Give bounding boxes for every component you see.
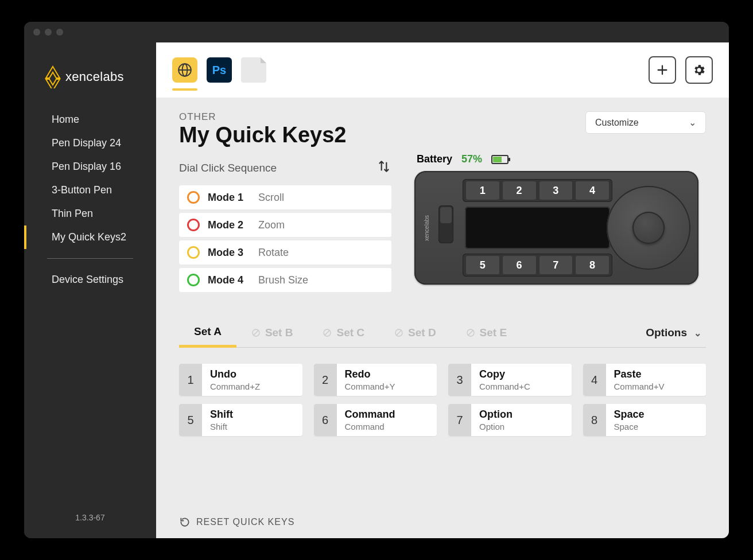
key-assignment-card[interactable]: 3CopyCommand+C: [448, 364, 572, 396]
set-tab[interactable]: Set A: [179, 318, 236, 348]
svg-line-10: [468, 330, 473, 335]
mode-action: Brush Size: [258, 274, 308, 286]
key-number: 3: [448, 364, 471, 396]
page-category: OTHER: [179, 111, 346, 123]
settings-button[interactable]: [685, 56, 713, 84]
globe-icon: [177, 63, 192, 77]
device-key: 8: [575, 255, 610, 275]
sidebar-item-label: Pen Display 16: [52, 161, 121, 172]
sidebar-item-label: Pen Display 24: [52, 137, 121, 149]
key-shortcut: Command+V: [614, 382, 665, 391]
sidebar: xencelabs Home Pen Display 24 Pen Displa…: [24, 42, 156, 538]
mode-name: Mode 1: [208, 192, 250, 204]
key-assignment-card[interactable]: 5ShiftShift: [179, 404, 302, 436]
device-key: 2: [502, 181, 537, 200]
key-assignment-card[interactable]: 4PasteCommand+V: [583, 364, 707, 396]
disabled-icon: [251, 328, 261, 337]
app-chip-photoshop[interactable]: Ps: [207, 57, 232, 83]
key-label: Command: [345, 409, 395, 421]
sidebar-divider: [47, 258, 133, 259]
key-label: Space: [614, 409, 645, 421]
key-assignment-card[interactable]: 8SpaceSpace: [583, 404, 707, 436]
set-tabs: Set ASet BSet CSet DSet E Options ⌄: [179, 318, 706, 348]
disabled-icon: [323, 328, 332, 337]
mode-color-icon: [187, 274, 200, 286]
key-assignment-card[interactable]: 7OptionOption: [448, 404, 572, 436]
sidebar-item-label: 3-Button Pen: [52, 184, 112, 196]
mode-color-icon: [187, 219, 200, 231]
mode-action: Scroll: [258, 192, 284, 204]
device-key: 1: [465, 181, 500, 200]
window-zoom-icon[interactable]: [56, 29, 63, 36]
disabled-icon: [466, 328, 475, 337]
device-key: 4: [575, 181, 610, 200]
add-app-button[interactable]: [649, 56, 676, 84]
device-screen: [465, 207, 610, 249]
sidebar-item-label: My Quick Keys2: [52, 231, 126, 243]
key-shortcut: Shift: [210, 422, 233, 431]
customize-select[interactable]: Customize ⌄: [585, 111, 706, 134]
reset-quick-keys-button[interactable]: RESET QUICK KEYS: [179, 497, 706, 528]
key-number: 1: [179, 364, 202, 396]
battery-icon: [491, 155, 509, 164]
key-label: Redo: [345, 368, 395, 380]
dial-sequence-title: Dial Click Sequence: [179, 162, 277, 174]
mode-action: Rotate: [258, 247, 289, 259]
reset-icon: [179, 516, 191, 528]
key-label: Paste: [614, 368, 665, 380]
device-brand-label: xencelabs: [419, 182, 434, 273]
sidebar-nav: Home Pen Display 24 Pen Display 16 3-But…: [24, 108, 156, 291]
key-number: 5: [179, 404, 202, 436]
key-assignment-card[interactable]: 1UndoCommand+Z: [179, 364, 302, 396]
window-minimize-icon[interactable]: [45, 29, 52, 36]
device-key-row-top: 1234: [463, 179, 612, 202]
photoshop-icon: Ps: [212, 64, 226, 77]
key-shortcut: Command+Y: [345, 382, 395, 391]
dial-mode-row[interactable]: Mode 1Scroll: [179, 185, 391, 209]
battery-status: Battery 57%: [417, 153, 706, 165]
key-number: 7: [448, 404, 471, 436]
topbar: Ps: [156, 42, 729, 98]
app-chip-blank[interactable]: [241, 57, 266, 83]
key-shortcut: Command+Z: [210, 382, 260, 391]
sidebar-item-quickkeys[interactable]: My Quick Keys2: [24, 225, 156, 249]
gear-icon: [692, 63, 706, 77]
sidebar-item-pendisplay16[interactable]: Pen Display 16: [24, 155, 156, 178]
titlebar: [24, 22, 729, 42]
key-assignment-card[interactable]: 6CommandCommand: [314, 404, 437, 436]
sidebar-item-thinpen[interactable]: Thin Pen: [24, 202, 156, 225]
plus-icon: [656, 64, 669, 76]
key-assignment-card[interactable]: 2RedoCommand+Y: [314, 364, 437, 396]
mode-action: Zoom: [258, 219, 285, 231]
disabled-icon: [394, 328, 403, 337]
key-assignment-grid: 1UndoCommand+Z2RedoCommand+Y3CopyCommand…: [179, 364, 706, 436]
device-key: 5: [465, 255, 500, 275]
battery-label: Battery: [417, 153, 452, 165]
sidebar-item-devicesettings[interactable]: Device Settings: [24, 268, 156, 291]
key-shortcut: Command+C: [479, 382, 530, 391]
dial-mode-row[interactable]: Mode 4Brush Size: [179, 268, 391, 292]
sidebar-item-pendisplay24[interactable]: Pen Display 24: [24, 131, 156, 155]
app-chip-global[interactable]: [172, 57, 197, 83]
dial-mode-row[interactable]: Mode 2Zoom: [179, 213, 391, 237]
tab-label: Set B: [265, 326, 293, 339]
sidebar-item-home[interactable]: Home: [24, 108, 156, 131]
sidebar-item-label: Device Settings: [52, 274, 123, 285]
customize-label: Customize: [595, 118, 639, 128]
device-illustration: xencelabs 1234 5678: [414, 171, 698, 285]
sidebar-item-3buttonpen[interactable]: 3-Button Pen: [24, 178, 156, 202]
window-close-icon[interactable]: [33, 29, 40, 36]
mode-color-icon: [187, 246, 200, 259]
key-shortcut: Command: [345, 422, 395, 431]
tab-label: Set D: [408, 326, 436, 339]
set-options-menu[interactable]: Options ⌄: [646, 326, 706, 339]
set-tab: Set C: [308, 320, 379, 346]
key-label: Shift: [210, 409, 233, 421]
chevron-down-icon: ⌄: [694, 328, 701, 339]
reorder-icon[interactable]: [376, 159, 391, 177]
set-tab: Set B: [236, 320, 308, 346]
device-key: 3: [539, 181, 573, 200]
dial-mode-row[interactable]: Mode 3Rotate: [179, 240, 391, 265]
key-label: Option: [479, 409, 513, 421]
brand: xencelabs: [24, 56, 156, 108]
